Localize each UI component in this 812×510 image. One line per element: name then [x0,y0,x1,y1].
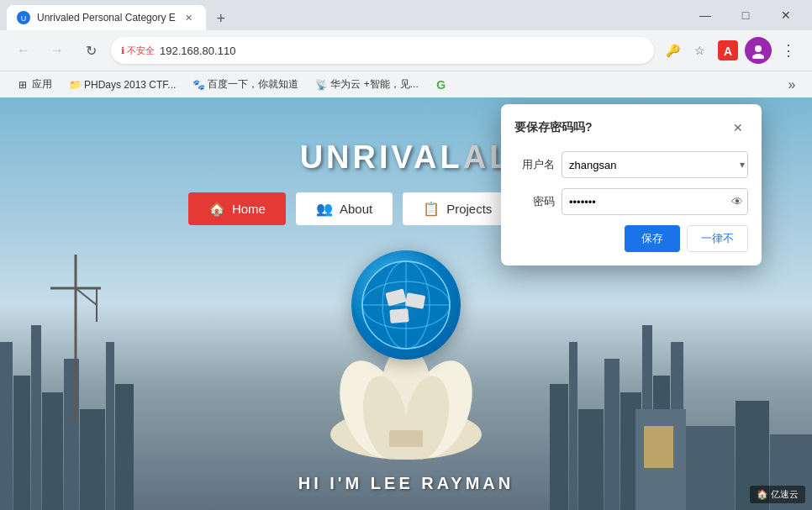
menu-button[interactable]: ⋮ [775,37,802,64]
bookmark-baidu[interactable]: 🐾 百度一下，你就知道 [186,75,305,95]
username-field: 用户名 ▾ [514,151,748,178]
bookmark-huawei-label: 华为云 +智能，见... [330,77,418,92]
username-input[interactable] [562,151,748,178]
bookmarks-more-button[interactable]: » [782,75,802,95]
dialog-header: 要保存密码吗? ✕ [514,118,748,138]
username-label: 用户名 [514,157,555,172]
security-label: 不安全 [127,45,155,57]
minimize-button[interactable]: — [686,0,725,30]
reload-button[interactable]: ↻ [77,37,104,64]
svg-point-5 [752,54,764,59]
tab-title: Unrivaled Personal Category E [37,12,176,24]
web-content: UNRIVALAL 🏠 Home 👥 About 📋 Projects ✉ [0,97,812,510]
phdays-icon: 📁 [69,79,81,91]
key-button[interactable]: 🔑 [661,39,684,62]
title-bar: U Unrivaled Personal Category E ✕ + — □ … [0,0,812,30]
browser-tab[interactable]: U Unrivaled Personal Category E ✕ [7,5,206,30]
close-button[interactable]: ✕ [767,0,805,30]
save-button[interactable]: 保存 [625,225,680,252]
bookmark-phdays-label: PHDays 2013 CTF... [84,79,176,91]
baidu-icon: 🐾 [192,79,204,91]
password-input[interactable] [562,188,748,215]
bookmark-apps[interactable]: ⊞ 应用 [10,75,59,95]
huawei-icon: 📡 [315,79,327,91]
svg-text:A: A [724,45,732,58]
star-button[interactable]: ☆ [688,39,711,62]
bookmark-apps-label: 应用 [32,77,52,92]
forward-button[interactable]: → [44,37,71,64]
adobe-button[interactable]: A [714,37,741,64]
browser-window: U Unrivaled Personal Category E ✕ + — □ … [0,0,812,510]
password-dialog: 要保存密码吗? ✕ 用户名 ▾ 密码 👁 [501,104,762,266]
password-field: 密码 👁 [514,188,748,215]
dialog-overlay: 要保存密码吗? ✕ 用户名 ▾ 密码 👁 [0,97,812,510]
username-input-wrap: ▾ [562,151,748,178]
address-field[interactable]: ℹ 不安全 192.168.80.110 [111,37,654,64]
new-tab-button[interactable]: + [209,7,233,30]
password-label: 密码 [514,194,555,209]
security-indicator: ℹ 不安全 [121,45,155,57]
password-input-wrap: 👁 [562,188,748,215]
tab-favicon: U [17,11,30,24]
dialog-close-button[interactable]: ✕ [728,118,748,138]
svg-text:U: U [21,14,27,23]
tab-close-button[interactable]: ✕ [182,11,196,24]
dialog-actions: 保存 一律不 [514,225,748,252]
bookmark-huawei[interactable]: 📡 华为云 +智能，见... [308,75,424,95]
never-save-button[interactable]: 一律不 [687,225,748,252]
security-icon: ℹ [121,45,124,56]
bookmark-baidu-label: 百度一下，你就知道 [208,77,298,92]
back-button[interactable]: ← [10,37,37,64]
maximize-button[interactable]: □ [726,0,765,30]
title-bar-controls: — □ ✕ [686,0,805,30]
address-url: 192.168.80.110 [160,45,644,57]
address-bar: ← → ↻ ℹ 不安全 192.168.80.110 🔑 ☆ A ⋮ [0,30,812,71]
browser-actions: 🔑 ☆ A ⋮ [661,37,802,64]
dialog-title: 要保存密码吗? [514,120,593,135]
tab-strip: U Unrivaled Personal Category E ✕ + [7,0,683,30]
username-dropdown-icon[interactable]: ▾ [740,159,745,171]
bookmark-phdays[interactable]: 📁 PHDays 2013 CTF... [62,75,182,95]
g-icon: G [435,79,447,91]
profile-button[interactable] [745,37,772,64]
svg-point-4 [755,45,762,52]
bookmark-g[interactable]: G [429,75,454,95]
password-toggle-icon[interactable]: 👁 [731,195,743,208]
bookmarks-bar: ⊞ 应用 📁 PHDays 2013 CTF... 🐾 百度一下，你就知道 📡 … [0,71,812,97]
apps-icon: ⊞ [17,79,29,91]
